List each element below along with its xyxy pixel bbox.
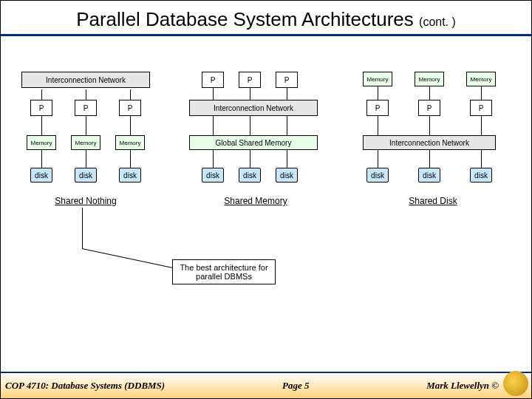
label-shared-nothing: Shared Nothing [45,196,126,206]
connector [287,116,287,135]
connector [429,116,430,135]
connector [130,116,131,135]
title-rule [1,34,531,36]
callout-best-arch: The best architecture for parallel DBMSs [172,259,276,284]
connector [130,89,131,100]
processor-box: P [75,100,97,116]
connector [41,116,42,135]
connector [86,116,86,135]
footer-course: COP 4710: Database Systems (DDBMS) [5,380,165,392]
processor-box: P [30,100,52,116]
disk-box: disk [202,168,224,183]
memory-box: Memory [415,72,444,86]
disk-box: disk [366,168,389,183]
connector [250,116,250,135]
processor-box: P [276,72,298,88]
global-shared-memory: Global Shared Memory [189,135,318,150]
slide-title: Parallel Database System Architectures (… [1,8,531,31]
disk-box: disk [30,168,52,183]
processor-box: P [470,100,492,116]
callout-line [82,208,83,248]
connector [213,150,214,168]
memory-box: Memory [115,135,145,150]
memory-box: Memory [27,135,56,150]
interconnect-sm: Interconnection Network [189,100,318,116]
disk-box: disk [239,168,261,183]
interconnect-sn: Interconnection Network [21,72,150,88]
processor-box: P [239,72,261,88]
connector [429,150,430,168]
diagram-area: Interconnection Network P P P Memory Mem… [1,45,531,369]
processor-box: P [366,100,389,116]
connector [41,150,42,168]
connector [481,150,482,168]
connector [130,150,131,168]
connector [213,88,214,100]
title-text: Parallel Database System Architectures [76,8,414,30]
logo-icon [503,371,528,396]
processor-box: P [119,100,141,116]
memory-box: Memory [363,72,392,86]
connector [378,86,378,100]
connector [41,89,42,100]
footer-author: Mark Llewellyn © [426,380,499,392]
label-shared-disk: Shared Disk [400,196,466,206]
connector [250,88,250,100]
processor-box: P [202,72,224,88]
connector [287,150,287,168]
memory-box: Memory [71,135,100,150]
processor-box: P [418,100,440,116]
footer-bar: COP 4710: Database Systems (DDBMS) Page … [1,372,531,398]
connector [429,86,430,100]
disk-box: disk [119,168,141,183]
connector [86,89,86,100]
connector [86,150,86,168]
connector [213,116,214,135]
connector [481,86,482,100]
disk-box: disk [418,168,440,183]
title-cont: (cont. ) [419,16,456,28]
memory-box: Memory [466,72,496,86]
label-shared-memory: Shared Memory [215,196,296,206]
interconnect-sd: Interconnection Network [363,135,496,150]
disk-box: disk [470,168,492,183]
callout-line [82,248,174,269]
footer-page: Page 5 [165,380,426,392]
disk-box: disk [276,168,298,183]
connector [287,88,287,100]
slide: Parallel Database System Architectures (… [0,0,532,399]
connector [250,150,250,168]
connector [378,150,378,168]
disk-box: disk [75,168,97,183]
connector [378,116,378,135]
connector [481,116,482,135]
